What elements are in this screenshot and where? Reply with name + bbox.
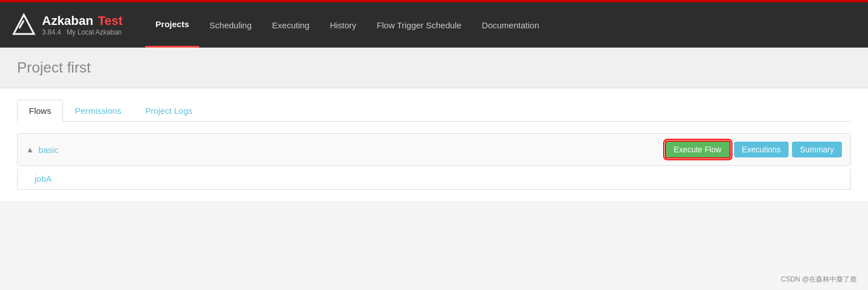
summary-button[interactable]: Summary: [792, 142, 842, 157]
brand-env: Test: [98, 14, 123, 28]
execute-flow-button[interactable]: Execute Flow: [665, 140, 731, 159]
brand: Azkaban Test 3.84.4 My Local Azkaban: [11, 12, 123, 37]
page-header: Project first: [0, 48, 868, 88]
content: Flows Permissions Project Logs ▲ basic E…: [0, 88, 868, 201]
nav-links: Projects Scheduling Executing History Fl…: [145, 2, 857, 48]
page-title: Project first: [17, 59, 851, 76]
nav-link-scheduling[interactable]: Scheduling: [199, 2, 262, 48]
job-link-jobA[interactable]: jobA: [35, 174, 52, 184]
nav-link-flow-trigger-schedule[interactable]: Flow Trigger Schedule: [366, 2, 471, 48]
navbar: Azkaban Test 3.84.4 My Local Azkaban Pro…: [0, 2, 868, 48]
executions-button[interactable]: Executions: [734, 142, 789, 157]
brand-text: Azkaban Test 3.84.4 My Local Azkaban: [42, 14, 123, 36]
flow-link-basic[interactable]: basic: [39, 145, 58, 155]
nav-link-documentation[interactable]: Documentation: [471, 2, 549, 48]
brand-name: Azkaban: [42, 14, 93, 28]
brand-subtitle: My Local Azkaban: [66, 28, 121, 36]
svg-marker-0: [14, 15, 34, 34]
tab-flows[interactable]: Flows: [17, 100, 63, 122]
tab-project-logs[interactable]: Project Logs: [133, 100, 204, 122]
nav-link-projects[interactable]: Projects: [145, 2, 199, 48]
flow-row: ▲ basic Execute Flow Executions Summary: [17, 133, 851, 166]
footer-watermark: CSDN @在森林中麋了鹿: [781, 275, 857, 284]
tab-permissions[interactable]: Permissions: [63, 100, 133, 122]
flow-expand-icon: ▲: [26, 145, 34, 154]
flow-actions: Execute Flow Executions Summary: [665, 140, 842, 159]
flow-name: ▲ basic: [26, 145, 665, 155]
job-row: jobA: [17, 168, 851, 190]
tabs: Flows Permissions Project Logs: [17, 100, 851, 122]
nav-link-history[interactable]: History: [319, 2, 366, 48]
nav-link-executing[interactable]: Executing: [262, 2, 320, 48]
azkaban-logo-icon: [11, 12, 36, 37]
brand-version: 3.84.4: [42, 28, 61, 36]
flow-list: ▲ basic Execute Flow Executions Summary …: [17, 133, 851, 190]
